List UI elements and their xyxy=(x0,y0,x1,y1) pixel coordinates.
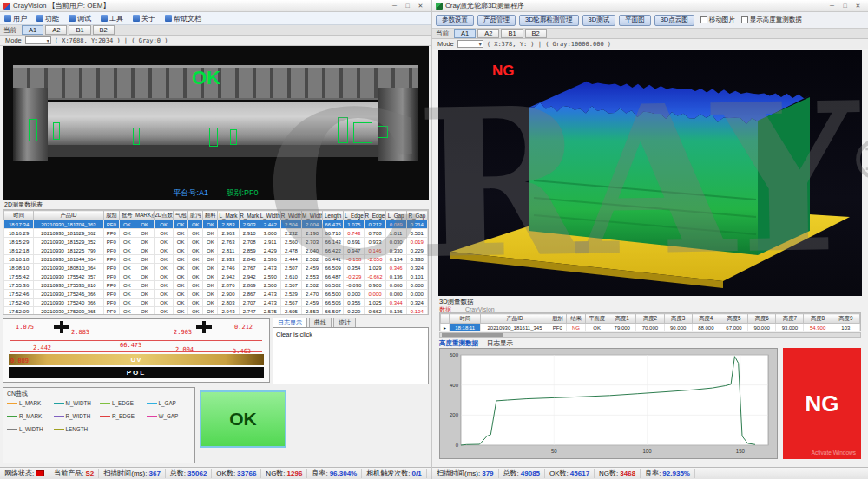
tab-A2[interactable]: A2 xyxy=(477,29,499,38)
table-cell: PF0 xyxy=(103,246,119,255)
table-cell: 0.501 xyxy=(406,229,427,238)
column-header[interactable]: 高度2 xyxy=(636,314,664,324)
log-content[interactable]: Clear is click xyxy=(273,327,429,384)
log-tab-2[interactable]: 曲线 xyxy=(309,318,332,327)
toolbar-button-1[interactable]: 参数设置 xyxy=(436,15,474,26)
minimize-button[interactable]: ─ xyxy=(825,3,838,10)
column-header[interactable]: 产品ID xyxy=(481,314,549,324)
column-header[interactable]: 高度9 xyxy=(832,314,859,324)
column-header[interactable]: L_Gap xyxy=(385,211,406,220)
close-button[interactable]: ✕ xyxy=(414,3,427,10)
table-cell: 17:52:09 xyxy=(4,307,34,316)
table-row[interactable]: 17:52:4020210930_175240_366PF0OKOKOKOKOK… xyxy=(4,299,428,307)
table-row[interactable]: 18:15:2920210930_181529_352PF0OKOKOKOKOK… xyxy=(4,238,428,246)
column-header[interactable]: L_Mark xyxy=(218,211,239,220)
column-header[interactable]: 脏污 xyxy=(188,211,203,220)
table-row[interactable]: 17:55:4220210930_175542_357PF0OKOKOKOKOK… xyxy=(4,272,428,281)
help-icon xyxy=(165,15,172,22)
measurement-table-container[interactable]: 时间产品ID股别批号MARK点2D点数气泡脏污翻料L_MarkR_MarkL_W… xyxy=(3,209,429,315)
table-cell: 2.444 xyxy=(280,255,301,264)
column-header[interactable]: L_Edge xyxy=(344,211,365,220)
column-header[interactable]: 结果 xyxy=(566,314,585,324)
log-tab-3[interactable]: 统计 xyxy=(333,318,356,327)
column-header[interactable]: 批号 xyxy=(119,211,135,220)
column-header[interactable]: 翻料 xyxy=(203,211,218,220)
table-row[interactable]: 18:12:1820210930_181225_799PF0OKOKOKOKOK… xyxy=(4,246,428,255)
column-header[interactable]: 高度7 xyxy=(776,314,804,324)
column-header[interactable]: 高度1 xyxy=(608,314,636,324)
measurement-table-container[interactable]: 时间产品ID股别结果平面度高度1高度2高度3高度4高度5高度6高度7高度8高度9… xyxy=(439,312,861,331)
tab-B1[interactable]: B1 xyxy=(69,25,90,35)
maximize-button[interactable]: □ xyxy=(838,3,852,10)
column-header[interactable]: 高度6 xyxy=(748,314,776,324)
toolbar-button-3[interactable]: 调试 xyxy=(67,14,93,23)
data-tab[interactable]: 数据 xyxy=(439,306,451,312)
column-header[interactable]: 时间 xyxy=(450,314,481,324)
toolbar-button-2[interactable]: 产品管理 xyxy=(477,15,516,26)
close-button[interactable]: ✕ xyxy=(852,3,865,10)
table-row[interactable]: 18:16:2920210930_181629_362PF0OKOKOKOKOK… xyxy=(4,229,428,238)
column-header[interactable]: R_Mark xyxy=(239,211,260,220)
tab-A2[interactable]: A2 xyxy=(45,25,67,35)
column-header[interactable]: R_Gap xyxy=(406,211,427,220)
log-tab-1[interactable]: 日志显示 xyxy=(273,318,307,327)
toolbar-button-6[interactable]: 3D点云图 xyxy=(654,15,694,26)
column-header[interactable]: MARK点 xyxy=(135,211,154,220)
toolbar-button-4[interactable]: 工具 xyxy=(99,14,125,23)
toolbar-button-5[interactable]: 关于 xyxy=(131,14,157,23)
table-row[interactable]: 18:08:1020210930_180810_364PF0OKOKOKOKOK… xyxy=(4,264,428,272)
chart-tab-1[interactable]: 高度重测数据 xyxy=(439,339,478,348)
column-header[interactable]: R_Edge xyxy=(365,211,385,220)
cursor-coordinates: ( X:7688, Y:2034 ) | ( Gray:0 ) xyxy=(55,37,168,44)
maximize-button[interactable]: □ xyxy=(401,3,414,10)
tab-B1[interactable]: B1 xyxy=(501,29,523,38)
table-row[interactable]: 18:17:3420210930_181704_363PF0OKOKOKOKOK… xyxy=(4,220,428,229)
toolbar-button-6[interactable]: 帮助文档 xyxy=(163,14,203,23)
toolbar-button-4[interactable]: 3D测试 xyxy=(582,15,616,26)
column-header[interactable]: 股别 xyxy=(549,314,566,324)
platform-label: 平台号:A1 xyxy=(173,188,208,197)
column-header[interactable] xyxy=(441,314,450,324)
table-cell: 0.101 xyxy=(406,272,427,281)
table-row[interactable]: 17:55:3620210930_175536_810PF0OKOKOKOKOK… xyxy=(4,281,428,290)
column-header[interactable]: 高度3 xyxy=(664,314,692,324)
table-row[interactable]: 17:52:0920210930_175209_365PF0OKOKOKOKOK… xyxy=(4,307,428,316)
tab-B2[interactable]: B2 xyxy=(525,29,547,38)
column-header[interactable]: 时间 xyxy=(4,211,34,220)
toolbar-button-3[interactable]: 3D轮廓检测管理 xyxy=(519,15,579,26)
column-header[interactable]: 产品ID xyxy=(34,211,103,220)
toolbar-button-2[interactable]: 功能 xyxy=(35,14,61,23)
column-header[interactable]: 2D点数 xyxy=(155,211,174,220)
toolbar-button-1[interactable]: 用户 xyxy=(3,14,29,23)
toolbar-checkbox-2[interactable]: 显示高度重测数据 xyxy=(741,16,802,24)
toolbar-checkbox-1[interactable]: 移动图片 xyxy=(700,16,735,24)
table-row[interactable]: 18:10:1820210930_181044_364PF0OKOKOKOKOK… xyxy=(4,255,428,264)
2d-image-view[interactable]: OK 平台号:A1 股别:PF0 xyxy=(3,46,429,200)
table-scrollbar-horizontal[interactable] xyxy=(439,332,861,338)
checkbox-icon xyxy=(741,16,748,23)
table-row[interactable]: ▸18:18:1120210930_181611_345PF0NGOK79.00… xyxy=(441,324,860,332)
table-cell: OK xyxy=(188,281,203,290)
toolbar-button-5[interactable]: 平面图 xyxy=(619,15,651,26)
column-header[interactable]: L_Width xyxy=(260,211,280,220)
table-cell: 17:52:40 xyxy=(4,299,34,307)
column-header[interactable]: M_Width xyxy=(302,211,323,220)
column-header[interactable]: Length xyxy=(323,211,344,220)
column-header[interactable]: 高度5 xyxy=(720,314,747,324)
column-header[interactable]: 气泡 xyxy=(174,211,188,220)
column-header[interactable]: R_Width xyxy=(280,211,301,220)
tab-A1[interactable]: A1 xyxy=(454,29,476,38)
mode-select[interactable]: ▾ xyxy=(25,36,51,44)
minimize-button[interactable]: ─ xyxy=(388,3,401,10)
tab-A1[interactable]: A1 xyxy=(22,25,43,35)
column-header[interactable]: 股别 xyxy=(103,211,119,220)
column-header[interactable]: 高度8 xyxy=(804,314,832,324)
chart-tab-2[interactable]: 日志显示 xyxy=(487,339,513,348)
column-header[interactable]: 平面度 xyxy=(586,314,608,324)
mode-select[interactable]: ▾ xyxy=(457,40,483,48)
3d-height-map-view[interactable]: NG xyxy=(438,50,862,296)
tab-B2[interactable]: B2 xyxy=(93,25,115,35)
table-row[interactable]: 17:52:4620210930_175246_366PF0OKOKOKOKOK… xyxy=(4,290,428,299)
scrollbar-thumb[interactable] xyxy=(442,333,503,337)
column-header[interactable]: 高度4 xyxy=(692,314,720,324)
